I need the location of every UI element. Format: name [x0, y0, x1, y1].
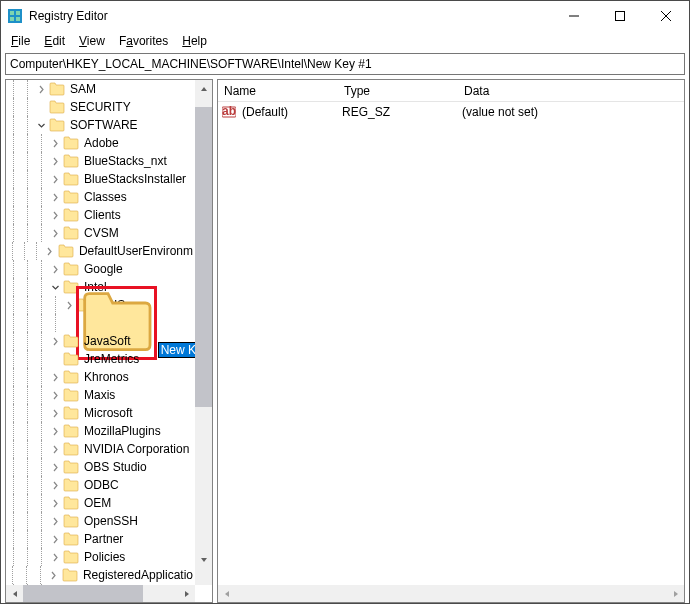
expander-icon[interactable]	[48, 280, 62, 294]
expander-icon[interactable]	[48, 532, 62, 546]
tree-node-label: RegisteredApplicatio	[81, 568, 195, 582]
tree-node-oem[interactable]: OEM	[6, 494, 195, 512]
expander-icon[interactable]	[48, 226, 62, 240]
scroll-track-h[interactable]	[23, 585, 178, 602]
scroll-thumb-h[interactable]	[23, 585, 143, 602]
tree-node-bluestacksinstaller[interactable]: BlueStacksInstaller	[6, 170, 195, 188]
menubar: File Edit View Favorites Help	[1, 31, 689, 51]
tree-node-label: Partner	[82, 532, 125, 546]
menu-help[interactable]: Help	[176, 32, 213, 50]
expander-icon[interactable]	[34, 82, 48, 96]
tree-node-partner[interactable]: Partner	[6, 530, 195, 548]
folder-icon	[63, 532, 79, 546]
list-body[interactable]: ab (Default) REG_SZ (value not set)	[218, 102, 684, 585]
tree-node-label: Khronos	[82, 370, 131, 384]
tree-node-label: NVIDIA Corporation	[82, 442, 191, 456]
tree-node-khronos[interactable]: Khronos	[6, 368, 195, 386]
address-bar[interactable]: Computer\HKEY_LOCAL_MACHINE\SOFTWARE\Int…	[5, 53, 685, 75]
svg-text:ab: ab	[222, 105, 236, 118]
maximize-button[interactable]	[597, 1, 643, 31]
list-row[interactable]: ab (Default) REG_SZ (value not set)	[218, 102, 684, 122]
column-header-type[interactable]: Type	[338, 84, 458, 98]
expander-icon[interactable]	[48, 496, 62, 510]
minimize-button[interactable]	[551, 1, 597, 31]
list-horizontal-scrollbar[interactable]	[218, 585, 684, 602]
tree-node-obs[interactable]: OBS Studio	[6, 458, 195, 476]
tree-node-policies[interactable]: Policies	[6, 548, 195, 566]
expander-icon[interactable]	[48, 406, 62, 420]
expander-icon[interactable]	[48, 136, 62, 150]
expander-icon[interactable]	[47, 568, 61, 582]
tree-node-nvidia[interactable]: NVIDIA Corporation	[6, 440, 195, 458]
tree-node-label: JreMetrics	[82, 352, 141, 366]
menu-favorites[interactable]: Favorites	[113, 32, 174, 50]
scroll-right-button[interactable]	[667, 585, 684, 602]
tree-node-label: BlueStacks_nxt	[82, 154, 169, 168]
tree-node-adobe[interactable]: Adobe	[6, 134, 195, 152]
tree-node-google[interactable]: Google	[6, 260, 195, 278]
tree-node-microsoft[interactable]: Microsoft	[6, 404, 195, 422]
expander-icon[interactable]	[48, 388, 62, 402]
column-header-name[interactable]: Name	[218, 84, 338, 98]
scroll-left-button[interactable]	[218, 585, 235, 602]
edit-highlight: New Key #1	[76, 286, 157, 360]
expander-icon[interactable]	[62, 298, 76, 312]
folder-icon	[63, 334, 79, 348]
folder-icon	[63, 406, 79, 420]
menu-edit[interactable]: Edit	[38, 32, 71, 50]
scroll-track[interactable]	[195, 97, 212, 551]
scroll-left-button[interactable]	[6, 585, 23, 602]
tree-node-cvsm[interactable]: CVSM	[6, 224, 195, 242]
scroll-thumb[interactable]	[195, 107, 212, 407]
scroll-up-button[interactable]	[195, 80, 212, 97]
expander-icon[interactable]	[34, 118, 48, 132]
tree-node-sam[interactable]: SAM	[6, 80, 195, 98]
tree-node-defaultuserenv[interactable]: DefaultUserEnvironm	[6, 242, 195, 260]
address-text: Computer\HKEY_LOCAL_MACHINE\SOFTWARE\Int…	[10, 57, 372, 71]
tree-node-odbc[interactable]: ODBC	[6, 476, 195, 494]
expander-icon[interactable]	[48, 172, 62, 186]
registry-tree[interactable]: SAMSECURITYSOFTWAREAdobeBlueStacks_nxtBl…	[6, 80, 195, 585]
tree-node-maxis[interactable]: Maxis	[6, 386, 195, 404]
expander-icon[interactable]	[48, 550, 62, 564]
expander-icon[interactable]	[48, 460, 62, 474]
tree-node-registeredapps[interactable]: RegisteredApplicatio	[6, 566, 195, 584]
tree-node-software[interactable]: SOFTWARE	[6, 116, 195, 134]
expander-icon[interactable]	[48, 334, 62, 348]
titlebar[interactable]: Registry Editor	[1, 1, 689, 31]
scroll-track-h2[interactable]	[235, 585, 667, 602]
values-pane: Name Type Data ab (Default) REG_SZ (valu…	[217, 79, 685, 603]
expander-icon[interactable]	[48, 514, 62, 528]
tree-node-openssh[interactable]: OpenSSH	[6, 512, 195, 530]
tree-horizontal-scrollbar[interactable]	[6, 585, 195, 602]
tree-node-newkey[interactable]: New Key #1	[6, 314, 195, 332]
expander-icon[interactable]	[48, 208, 62, 222]
list-header[interactable]: Name Type Data	[218, 80, 684, 102]
folder-icon	[63, 262, 79, 276]
folder-icon	[63, 496, 79, 510]
tree-vertical-scrollbar[interactable]	[195, 80, 212, 568]
column-header-data[interactable]: Data	[458, 84, 684, 98]
scroll-down-button[interactable]	[195, 551, 212, 568]
expander-icon[interactable]	[48, 262, 62, 276]
tree-node-classes[interactable]: Classes	[6, 188, 195, 206]
expander-icon[interactable]	[48, 190, 62, 204]
tree-node-security[interactable]: SECURITY	[6, 98, 195, 116]
expander-icon[interactable]	[48, 424, 62, 438]
tree-node-bluestacks_nxt[interactable]: BlueStacks_nxt	[6, 152, 195, 170]
tree-node-edit[interactable]: New Key #1	[158, 342, 195, 358]
expander-icon[interactable]	[48, 478, 62, 492]
expander-icon[interactable]	[48, 154, 62, 168]
value-name: (Default)	[236, 105, 336, 119]
menu-file[interactable]: File	[5, 32, 36, 50]
menu-view[interactable]: View	[73, 32, 111, 50]
scroll-right-button[interactable]	[178, 585, 195, 602]
tree-node-label: SECURITY	[68, 100, 133, 114]
close-button[interactable]	[643, 1, 689, 31]
tree-node-mozillaplugins[interactable]: MozillaPlugins	[6, 422, 195, 440]
expander-icon[interactable]	[48, 370, 62, 384]
expander-icon[interactable]	[43, 244, 57, 258]
tree-node-clients[interactable]: Clients	[6, 206, 195, 224]
expander-icon[interactable]	[48, 442, 62, 456]
folder-icon	[63, 208, 79, 222]
